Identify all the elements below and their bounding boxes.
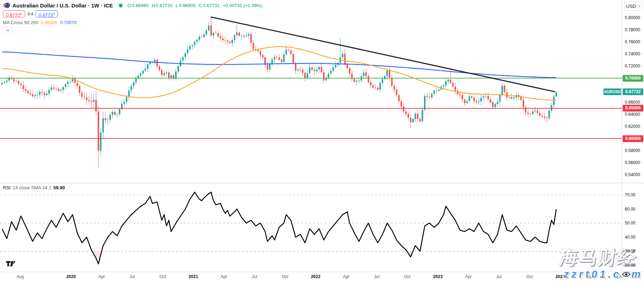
pane-resize-divider[interactable] (0, 183, 644, 183)
rsi-value: 59.90 (53, 185, 65, 190)
spread-value: 0.4 (28, 12, 33, 16)
rsi-pane-canvas[interactable] (0, 183, 622, 272)
tradingview-logo[interactable] (6, 261, 16, 267)
change-value: +0.00731 (+1.09%) (223, 3, 262, 8)
collapse-indicators-button[interactable] (3, 27, 13, 34)
axis-tick-label: 0.80000 (625, 15, 640, 20)
time-axis-label: 2022 (311, 274, 321, 279)
axis-tick-label: 0.62000 (625, 124, 640, 129)
axis-tick-label: 20.00 (625, 263, 635, 268)
sell-button[interactable]: 0.67729 (3, 10, 25, 17)
chevron-up-icon (6, 29, 10, 32)
symbol-name-badge: AUDUSD (603, 88, 621, 95)
ma-cross-legend[interactable]: MA Cross 50 200 0.66305 0.70070 (3, 19, 77, 26)
chevron-down-icon (638, 5, 640, 7)
time-axis-label: Oct (526, 274, 533, 279)
time-axis-label: Jul (374, 274, 379, 279)
axis-tick-label: 0.64000 (625, 112, 640, 117)
watermark-site: zzrt01.c m (564, 269, 643, 280)
time-axis-label: Oct (404, 274, 411, 279)
time-axis-label: Apr (221, 274, 227, 279)
axis-tick-label: 0.56000 (625, 160, 640, 165)
price-level-badge: 0.70000 (623, 75, 643, 82)
symbol-title[interactable]: Australian Dollar / U.S. Dollar · 1W · I… (12, 2, 113, 9)
time-axis-label: 2021 (189, 274, 198, 279)
time-axis-label: Jul (129, 274, 135, 279)
time-axis-label: Apr (343, 274, 350, 279)
time-axis-label: Jul (252, 274, 257, 279)
axis-tick-label: 70.00 (625, 192, 635, 197)
axis-tick-label: 50.00 (625, 221, 635, 226)
symbol-flag-icon (3, 2, 10, 9)
axis-tick-label: 30.00 (625, 249, 635, 254)
ohlc-values: O0.66960H0.67733L0.66905C0.67732+0.00731… (128, 3, 263, 8)
tradingview-chart-window: Australian Dollar / U.S. Dollar · 1W · I… (0, 0, 644, 282)
time-axis-label: Aug (16, 274, 24, 279)
axis-tick-label: 0.76000 (625, 39, 640, 44)
axis-tick-label: 40.00 (625, 235, 635, 240)
axis-tick-label: 0.74000 (625, 51, 640, 56)
axis-tick-label: 0.54000 (625, 172, 640, 177)
axis-tick-label: 0.58000 (625, 148, 640, 153)
eye-icon (622, 271, 630, 277)
rsi-legend[interactable]: RSI 14 close SMA 14 2 59.90 (3, 185, 65, 190)
time-axis-label: 2020 (66, 274, 76, 279)
high-value: 0.67733 (156, 3, 172, 8)
market-status-dot[interactable] (119, 4, 122, 7)
time-axis-label: Oct (160, 274, 166, 279)
axis-tick-label: 0.66000 (625, 100, 640, 105)
open-value: 0.66960 (132, 3, 149, 8)
time-axis-label: Oct (282, 274, 289, 279)
time-axis-label: 2023 (433, 274, 443, 279)
low-value: 0.66905 (179, 3, 195, 8)
price-pane-canvas[interactable] (0, 0, 622, 183)
axis-tick-label: 60.00 (625, 207, 635, 212)
close-value: 0.67732 (203, 3, 220, 8)
time-axis-label: Jul (496, 274, 501, 279)
ma200-value: 0.70070 (60, 20, 77, 25)
time-axis-label: Apr (98, 274, 105, 279)
price-level-badge: 0.60000 (623, 135, 643, 142)
time-axis-label: Apr (465, 274, 472, 279)
axis-tick-label: 0.72000 (625, 64, 640, 69)
last-price-badge: 0.67732 (623, 88, 643, 95)
ma50-value: 0.66305 (41, 20, 58, 25)
buy-button[interactable]: 0.67733 (36, 10, 58, 17)
symbol-legend: Australian Dollar / U.S. Dollar · 1W · I… (3, 1, 263, 9)
price-level-badge: 0.65000 (623, 105, 643, 112)
axis-tick-label: 0.78000 (625, 27, 640, 32)
time-axis[interactable]: Aug2020AprJulOct2021AprJulOct2022AprJulO… (0, 272, 622, 282)
currency-selector-dropdown[interactable]: USD (624, 1, 643, 11)
